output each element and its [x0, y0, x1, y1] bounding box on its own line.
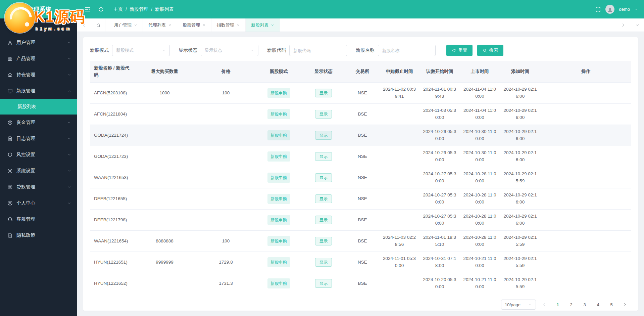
sidebar-item-privacy-policy[interactable]: 隐私政策 — [0, 227, 77, 243]
sidebar-item-loan-mgmt[interactable]: 贷款管理 — [0, 179, 77, 195]
status-tag: 显示 — [315, 131, 332, 140]
sidebar-subitem-newstock-list[interactable]: 新股列表 — [0, 99, 77, 115]
chevron-down-icon — [67, 73, 71, 77]
newstock-table: 新股名称 / 新股代码 最大购买数量 价格 新股模式 显示状态 交易所 申购截止… — [90, 61, 631, 294]
page-size-select[interactable]: 10/page — [501, 300, 536, 310]
status-tag: 显示 — [315, 110, 332, 119]
table-row: GODA(1221723) 新股申购 显示 NSE 2024-10-29 05:… — [90, 146, 631, 167]
tabs-scroll-right[interactable] — [616, 18, 630, 32]
sidebar-item-newstock-mgmt[interactable]: 新股管理 — [0, 83, 77, 99]
close-icon[interactable] — [168, 24, 171, 27]
actions-cell — [541, 252, 631, 273]
coin-icon — [7, 120, 13, 125]
breadcrumb: 主页 / 新股管理 / 新股列表 — [113, 6, 174, 12]
newstock-code-input[interactable] — [289, 45, 347, 56]
sidebar-item-user-mgmt[interactable]: 用户管理 — [0, 35, 77, 51]
tabs-menu[interactable] — [630, 18, 644, 32]
breadcrumb-home[interactable]: 主页 — [113, 6, 123, 12]
chevron-up-icon — [67, 89, 71, 93]
table-row: HYUN(1221651) 9999999 1729.8 新股申购 显示 NSE… — [90, 252, 631, 273]
content-area: 新股模式 新股模式 显示状态 显示状态 — [77, 32, 644, 316]
tabs-scroll-left[interactable] — [77, 18, 91, 32]
table-row: AFCN(1221804) 新股申购 显示 BSE 2024-11-03 05:… — [90, 104, 631, 125]
tab-user-mgmt[interactable]: 用户管理 — [109, 18, 143, 32]
chevron-down-icon — [635, 23, 640, 28]
grid-icon — [7, 56, 13, 61]
sidebar-item-risk-settings[interactable]: 风控设置 — [0, 147, 77, 163]
display-status-select[interactable]: 显示状态 — [201, 45, 258, 56]
close-icon[interactable] — [202, 24, 206, 27]
col-listing: 上市时间 — [460, 61, 500, 83]
prev-page-button[interactable] — [539, 300, 549, 310]
status-tag: 显示 — [315, 173, 332, 182]
tab-bar: 用户管理 代理列表 股票管理 指数管理 — [77, 18, 644, 32]
page-number-2[interactable]: 2 — [566, 300, 576, 310]
tab-agent-list[interactable]: 代理列表 — [143, 18, 177, 32]
table-row: GODA(1221724) 新股申购 显示 BSE 2024-10-29 05:… — [90, 125, 631, 146]
close-icon[interactable] — [271, 24, 274, 27]
page-number-4[interactable]: 4 — [593, 300, 603, 310]
close-icon[interactable] — [237, 24, 240, 27]
sidebar-item-dashboard[interactable] — [0, 18, 77, 35]
app-root: 股票管理系统 主页 / 新股管理 / 新股列表 demo 用户管理 — [0, 0, 644, 316]
chevron-down-icon — [67, 169, 71, 173]
monitor-icon — [7, 24, 13, 29]
refresh-icon[interactable] — [98, 6, 104, 12]
monitor-icon — [7, 88, 13, 94]
header-right: demo — [595, 5, 644, 14]
fullscreen-icon[interactable] — [595, 6, 601, 12]
tab-index-mgmt[interactable]: 指数管理 — [211, 18, 246, 32]
page-number-3[interactable]: 3 — [580, 300, 590, 310]
mode-tag: 新股申购 — [267, 88, 290, 98]
table-row: AFCN(5203108) 1000 100 新股申购 显示 NSE 2024-… — [90, 83, 631, 104]
filter-label-mode: 新股模式 — [90, 47, 109, 53]
chevron-down-icon — [67, 185, 71, 189]
col-start: 认缴开始时间 — [419, 61, 460, 83]
sidebar-item-support-mgmt[interactable]: 客服管理 — [0, 211, 77, 227]
mode-tag: 新股申购 — [267, 173, 290, 183]
close-icon[interactable] — [134, 24, 137, 27]
coin-icon — [7, 184, 13, 190]
search-button[interactable]: 搜索 — [477, 45, 503, 56]
breadcrumb-newstock-mgmt[interactable]: 新股管理 — [130, 6, 148, 12]
tab-newstock-list[interactable]: 新股列表 — [246, 18, 280, 32]
table-header-row: 新股名称 / 新股代码 最大购买数量 价格 新股模式 显示状态 交易所 申购截止… — [90, 61, 631, 83]
status-tag: 显示 — [315, 194, 332, 204]
status-tag: 显示 — [315, 258, 332, 267]
sidebar-item-log-mgmt[interactable]: 日志管理 — [0, 131, 77, 147]
sidebar-item-profile[interactable]: 个人中心 — [0, 195, 77, 211]
user-caret-down-icon[interactable] — [634, 7, 638, 11]
menu-fold-icon[interactable] — [85, 6, 91, 12]
sidebar-item-product-mgmt[interactable]: 产品管理 — [0, 51, 77, 67]
chevron-right-icon — [621, 23, 626, 28]
next-page-button[interactable] — [620, 300, 630, 310]
col-added: 添加时间 — [500, 61, 541, 83]
user-circle-icon — [7, 200, 13, 206]
tab-home[interactable] — [91, 18, 105, 32]
refresh-icon — [452, 48, 456, 53]
chevron-down-icon — [250, 48, 254, 52]
house-icon — [7, 72, 13, 78]
page-number-5[interactable]: 5 — [606, 300, 616, 310]
col-max-qty: 最大购买数量 — [134, 61, 196, 83]
status-tag: 显示 — [315, 89, 332, 98]
sidebar-item-funds-mgmt[interactable]: 资金管理 — [0, 115, 77, 131]
pagination: 10/page 1 2 3 4 5 — [90, 294, 631, 310]
mode-tag: 新股申购 — [267, 130, 290, 141]
reset-button[interactable]: 重置 — [446, 45, 473, 56]
sidebar-item-position-mgmt[interactable]: 持仓管理 — [0, 67, 77, 83]
username: demo — [619, 7, 630, 12]
page-number-1[interactable]: 1 — [553, 300, 563, 310]
sidebar-item-system-settings[interactable]: 系统设置 — [0, 163, 77, 179]
app-title: 股票管理系统 — [0, 5, 77, 13]
chevron-down-icon — [67, 137, 71, 141]
newstock-mode-select[interactable]: 新股模式 — [112, 45, 170, 56]
chevron-down-icon — [67, 153, 71, 157]
breadcrumb-separator: / — [126, 7, 127, 12]
headset-icon — [7, 217, 13, 222]
avatar[interactable] — [605, 5, 614, 14]
doc-icon — [7, 136, 13, 141]
tab-stock-mgmt[interactable]: 股票管理 — [177, 18, 211, 32]
actions-cell — [541, 273, 631, 294]
newstock-name-input[interactable] — [378, 45, 436, 56]
